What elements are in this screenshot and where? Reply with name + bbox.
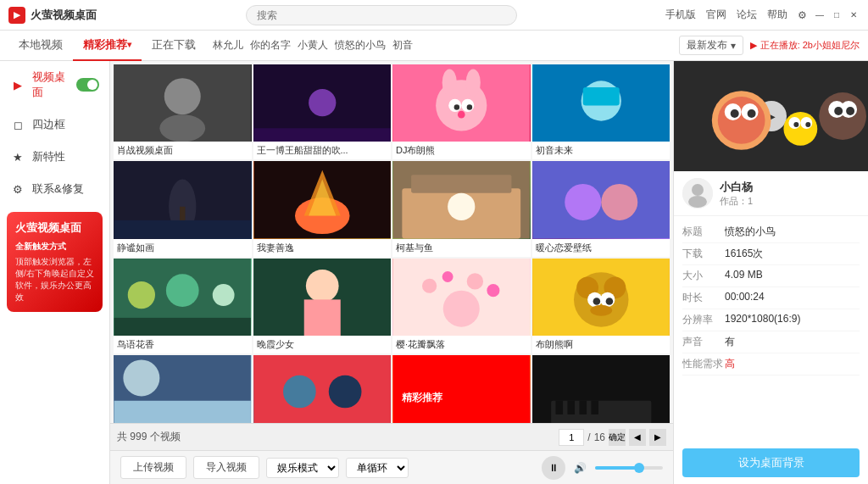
pagination: / 16 确定 ◀ ▶ [559, 429, 666, 446]
video-desktop-toggle[interactable] [76, 78, 99, 92]
repair-icon: ⚙ [10, 181, 25, 197]
sidebar-item-four-border[interactable]: ◻ 四边框 [0, 108, 109, 141]
resolution-value: 1920*1080(16:9) [725, 313, 860, 327]
video-item-13[interactable]: 优美水边 [114, 355, 252, 423]
video-item-14[interactable]: 20422 [253, 355, 392, 423]
help-link[interactable]: 帮助 [767, 8, 787, 22]
video-title-12: 布朗熊啊 [532, 336, 670, 353]
size-label: 大小 [682, 269, 725, 283]
video-item-12[interactable]: 布朗熊啊 [532, 259, 670, 353]
minimize-button[interactable]: — [814, 9, 826, 21]
sidebar-item-new-features[interactable]: ★ 新特性 [0, 141, 109, 173]
video-item-5[interactable]: 静谧如画 [114, 161, 252, 256]
svg-point-74 [731, 109, 739, 118]
video-title-10: 晚霞少女 [253, 336, 392, 353]
info-row-perf: 性能需求 高 [682, 353, 860, 376]
video-item-3[interactable]: DJ布朗熊 [392, 64, 531, 159]
size-value: 4.09 MB [725, 269, 860, 283]
svg-point-79 [793, 122, 798, 127]
audio-value: 有 [725, 335, 860, 349]
volume-slider[interactable] [595, 466, 663, 470]
video-item-16[interactable]: 【特效钢琴】梦中... [532, 355, 670, 423]
window-controls: — □ ✕ [814, 9, 860, 21]
video-item-2[interactable]: 王一博王船甜甜的吹... [253, 64, 392, 159]
svg-point-31 [565, 184, 601, 220]
tab-local[interactable]: 本地视频 [8, 31, 73, 61]
volume-fill [595, 466, 636, 470]
video-thumb-11 [392, 259, 531, 336]
settings-icon[interactable]: ⚙ [798, 9, 807, 21]
duration-label: 时长 [682, 291, 725, 305]
main-content: ▶ 视频桌面 ◻ 四边框 ★ 新特性 ⚙ 联系&修复 火萤视频桌面 全新触发方式… [0, 61, 868, 484]
svg-rect-37 [114, 318, 251, 337]
video-item-6[interactable]: 我妻善逸 [253, 161, 392, 256]
duration-value: 00:00:24 [725, 291, 860, 305]
promo-desc: 顶部触发浏览器，左侧/右下角唤起自定义软件，娱乐办公更高效 [15, 256, 94, 303]
sidebar-label-repair: 联系&修复 [32, 181, 84, 197]
video-thumb-14 [253, 355, 392, 423]
preview-area: ▶ [674, 61, 868, 171]
svg-rect-69 [591, 401, 598, 414]
search-area [97, 5, 665, 25]
tab-featured[interactable]: 精彩推荐 [73, 31, 142, 61]
loop-select[interactable]: 单循环 [346, 458, 409, 478]
nav-bar: 本地视频 精彩推荐 正在下载 林允儿 你的名字 小黄人 愤怒的小鸟 初音 最新发… [0, 31, 868, 61]
video-item-8[interactable]: 暖心恋爱壁纸 [532, 161, 670, 256]
pause-button[interactable]: ⏸ [542, 456, 565, 480]
tag-4[interactable]: 初音 [392, 38, 413, 53]
tab-downloading[interactable]: 正在下载 [142, 31, 206, 61]
video-item-1[interactable]: 肖战视频桌面 [114, 64, 252, 159]
svg-point-14 [458, 111, 465, 119]
svg-point-60 [283, 376, 316, 409]
sort-select[interactable]: 最新发布 ▾ [679, 36, 743, 55]
tag-0[interactable]: 林允儿 [213, 38, 243, 53]
sidebar-item-video-desktop[interactable]: ▶ 视频桌面 [0, 61, 109, 108]
svg-point-61 [328, 376, 361, 409]
video-title-5: 静谧如画 [114, 239, 252, 257]
tag-3[interactable]: 愤怒的小鸟 [335, 38, 386, 53]
four-border-icon: ◻ [10, 117, 25, 132]
maximize-button[interactable]: □ [831, 9, 843, 21]
close-button[interactable]: ✕ [848, 9, 860, 21]
svg-rect-5 [253, 128, 390, 142]
video-item-15[interactable]: 精彩推荐英雄联盟星之守护者 [392, 355, 531, 423]
artist-details: 小白杨 作品：1 [720, 180, 753, 208]
prev-page-btn[interactable]: ◀ [629, 429, 646, 446]
now-playing: ▶ 正在播放: 2b小姐姐尼尔 [750, 39, 860, 52]
video-item-11[interactable]: 樱·花瓣飘落 [392, 259, 531, 353]
video-item-10[interactable]: 晚霞少女 [253, 259, 392, 353]
import-video-button[interactable]: 导入视频 [193, 456, 259, 479]
page-input[interactable] [559, 429, 584, 446]
upload-video-button[interactable]: 上传视频 [120, 456, 186, 479]
set-wallpaper-button[interactable]: 设为桌面背景 [682, 448, 860, 477]
video-title-9: 鸟语花香 [114, 336, 252, 353]
mobile-link[interactable]: 手机版 [665, 8, 696, 22]
total-count: 共 999 个视频 [117, 430, 181, 444]
info-row-size: 大小 4.09 MB [682, 265, 860, 287]
svg-point-36 [213, 284, 235, 306]
video-item-7[interactable]: 柯基与鱼 [392, 161, 531, 256]
svg-point-8 [442, 69, 457, 96]
svg-point-42 [422, 278, 437, 292]
video-thumb-13 [114, 355, 252, 423]
next-page-btn[interactable]: ▶ [649, 429, 666, 446]
info-row-title: 标题 愤怒的小鸟 [682, 221, 860, 243]
svg-rect-66 [555, 401, 563, 414]
video-item-9[interactable]: 鸟语花香 [114, 259, 252, 353]
sidebar: ▶ 视频桌面 ◻ 四边框 ★ 新特性 ⚙ 联系&修复 火萤视频桌面 全新触发方式… [0, 61, 110, 484]
video-title-2: 王一博王船甜甜的吹... [253, 142, 392, 159]
forum-link[interactable]: 论坛 [737, 8, 757, 22]
svg-point-58 [123, 360, 159, 397]
video-title-11: 樱·花瓣飘落 [392, 336, 531, 353]
official-link[interactable]: 官网 [706, 8, 726, 22]
search-input[interactable] [246, 5, 517, 25]
mode-select[interactable]: 娱乐模式 [266, 458, 339, 478]
video-desktop-icon: ▶ [10, 77, 25, 92]
page-confirm-btn[interactable]: 确定 [609, 429, 626, 446]
tag-2[interactable]: 小黄人 [298, 38, 328, 53]
video-thumb-6 [253, 161, 392, 238]
svg-point-81 [819, 92, 866, 140]
video-item-4[interactable]: 初音未来 [532, 64, 670, 159]
tag-1[interactable]: 你的名字 [250, 38, 291, 53]
sidebar-item-repair[interactable]: ⚙ 联系&修复 [0, 173, 109, 205]
